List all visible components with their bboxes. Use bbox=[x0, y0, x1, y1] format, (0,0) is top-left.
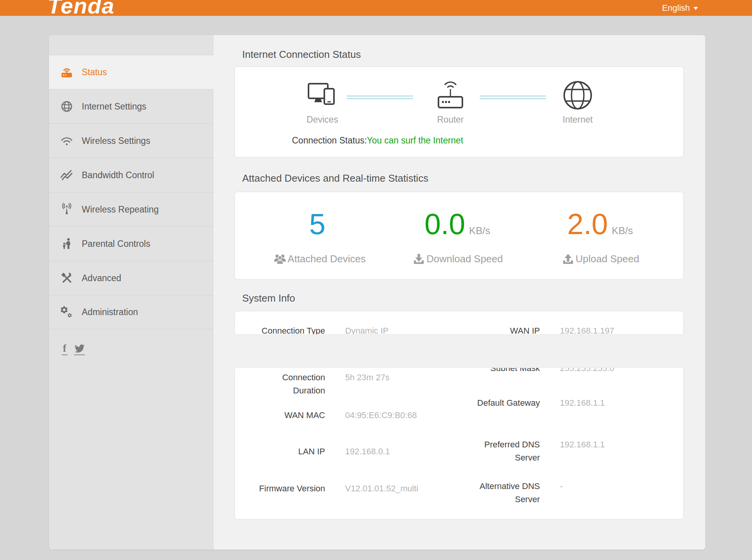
system-label-wan-mac: WAN MAC bbox=[256, 409, 325, 422]
sidebar-item-status[interactable]: Status bbox=[49, 55, 214, 89]
tools-icon bbox=[59, 271, 74, 285]
language-label: English bbox=[662, 3, 690, 13]
screenshot-seam-edge bbox=[234, 334, 684, 368]
social-links: f bbox=[62, 344, 85, 355]
download-speed-value: 0.0 bbox=[425, 209, 465, 239]
sidebar-item-internet-settings[interactable]: Internet Settings bbox=[49, 89, 214, 123]
antenna-icon bbox=[59, 202, 74, 217]
tenda-logo: Tenda bbox=[47, 0, 115, 16]
family-icon bbox=[59, 236, 74, 251]
main-panel: Internet Connection Status bbox=[214, 35, 705, 550]
download-speed-unit: KB/s bbox=[469, 225, 490, 237]
people-icon bbox=[273, 252, 287, 265]
sidebar-item-label: Administration bbox=[82, 307, 138, 317]
sidebar-item-parental-controls[interactable]: Parental Controls bbox=[49, 226, 214, 261]
system-label-firmware-version: Firmware Version bbox=[256, 482, 325, 495]
sidebar: Status Internet Settings bbox=[49, 35, 214, 550]
node-label-devices: Devices bbox=[307, 115, 338, 125]
language-selector[interactable]: English bbox=[662, 0, 698, 16]
sidebar-item-advanced[interactable]: Advanced bbox=[49, 261, 214, 295]
stat-attached-devices: 5 Attached Devices bbox=[238, 209, 400, 265]
attached-devices-value: 5 bbox=[309, 209, 325, 239]
sidebar-item-label: Status bbox=[82, 67, 107, 78]
link-devices-router bbox=[347, 96, 413, 99]
stat-upload-speed: 2.0 KB/s Upload Speed bbox=[519, 209, 681, 265]
devices-icon bbox=[302, 75, 342, 114]
upload-speed-unit: KB/s bbox=[612, 225, 633, 237]
sidebar-item-label: Wireless Settings bbox=[82, 136, 150, 146]
facebook-icon[interactable]: f bbox=[62, 344, 67, 355]
sidebar-item-label: Advanced bbox=[82, 273, 121, 283]
connection-status-card: Devices Router Internet Connection Statu… bbox=[234, 66, 684, 157]
link-router-internet bbox=[480, 96, 546, 99]
sidebar-item-label: Bandwidth Control bbox=[82, 170, 154, 180]
system-value-default-gateway: 192.168.1.1 bbox=[560, 396, 605, 410]
system-label-connection-duration: Connection Duration bbox=[256, 371, 325, 397]
section-title-stats: Attached Devices and Real-time Statistic… bbox=[242, 172, 428, 184]
system-value-alternative-dns: - bbox=[560, 480, 563, 493]
stat-download-speed: 0.0 KB/s Download Speed bbox=[376, 209, 538, 265]
sidebar-item-wireless-settings[interactable]: Wireless Settings bbox=[49, 123, 214, 158]
system-label-alternative-dns: Alternative DNS Server bbox=[467, 480, 540, 506]
system-label-default-gateway: Default Gateway bbox=[467, 396, 540, 410]
router-device-icon bbox=[430, 75, 470, 114]
sidebar-nav: Status Internet Settings bbox=[49, 55, 214, 329]
attached-devices-label: Attached Devices bbox=[288, 253, 366, 265]
system-label-preferred-dns: Preferred DNS Server bbox=[467, 438, 540, 464]
gears-icon bbox=[59, 305, 74, 320]
sidebar-item-label: Internet Settings bbox=[82, 101, 147, 112]
system-value-connection-duration: 5h 23m 27s bbox=[345, 371, 389, 384]
sidebar-item-label: Wireless Repeating bbox=[82, 204, 158, 215]
chevron-down-icon bbox=[693, 7, 698, 10]
upload-icon bbox=[561, 252, 575, 265]
screenshot-seam-band bbox=[214, 334, 705, 368]
download-speed-label: Download Speed bbox=[427, 253, 503, 265]
sidebar-item-label: Parental Controls bbox=[82, 239, 150, 249]
system-value-lan-ip: 192.168.0.1 bbox=[345, 445, 390, 458]
stats-card: 5 Attached Devices bbox=[234, 192, 684, 280]
download-icon bbox=[412, 252, 426, 265]
wifi-icon bbox=[59, 133, 74, 148]
node-label-internet: Internet bbox=[563, 115, 593, 125]
app-container: Status Internet Settings bbox=[49, 35, 705, 550]
twitter-icon[interactable] bbox=[74, 344, 85, 355]
line-chart-icon bbox=[59, 168, 74, 182]
node-label-router: Router bbox=[437, 115, 464, 125]
globe-icon bbox=[59, 99, 74, 114]
section-title-system-info: System Info bbox=[242, 292, 295, 304]
system-value-firmware-version: V12.01.01.52_multi bbox=[345, 482, 418, 495]
system-label-lan-ip: LAN IP bbox=[256, 445, 325, 458]
connection-status-line: Connection Status:You can surf the Inter… bbox=[292, 135, 463, 146]
system-value-wan-mac: 04:95:E6:C9:B0:68 bbox=[345, 409, 417, 422]
connection-status-value: You can surf the Internet bbox=[367, 135, 463, 145]
internet-globe-icon bbox=[558, 75, 598, 114]
sidebar-item-wireless-repeating[interactable]: Wireless Repeating bbox=[49, 192, 214, 226]
sidebar-item-administration[interactable]: Administration bbox=[49, 295, 214, 329]
system-value-preferred-dns: 192.168.1.1 bbox=[560, 438, 605, 451]
sidebar-item-bandwidth-control[interactable]: Bandwidth Control bbox=[49, 158, 214, 192]
section-title-connection: Internet Connection Status bbox=[242, 49, 361, 61]
upload-speed-value: 2.0 bbox=[567, 209, 608, 239]
upload-speed-label: Upload Speed bbox=[576, 253, 639, 265]
router-icon bbox=[59, 65, 74, 79]
connection-status-label: Connection Status: bbox=[292, 135, 367, 145]
top-header-bar: Tenda English bbox=[0, 0, 752, 16]
